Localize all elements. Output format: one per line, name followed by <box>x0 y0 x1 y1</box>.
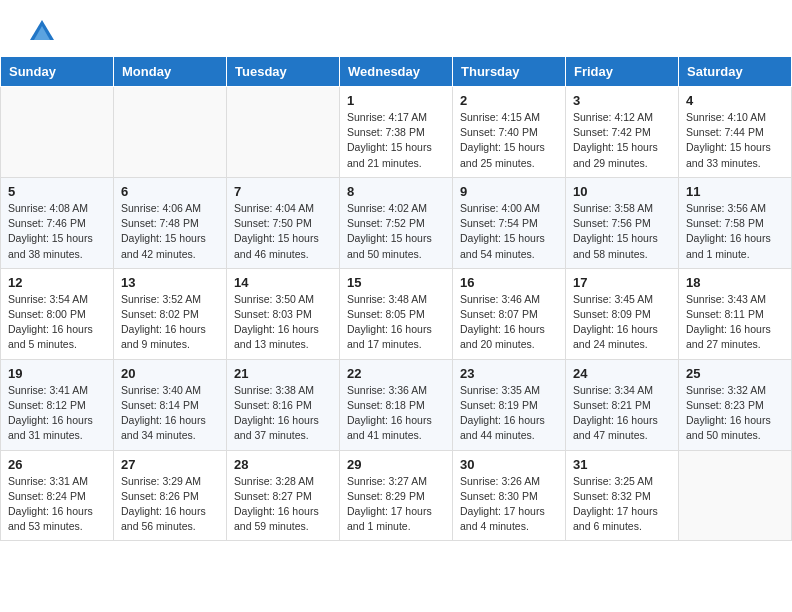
day-info: Sunrise: 4:08 AMSunset: 7:46 PMDaylight:… <box>8 201 106 262</box>
day-info: Sunrise: 3:25 AMSunset: 8:32 PMDaylight:… <box>573 474 671 535</box>
calendar-cell: 17Sunrise: 3:45 AMSunset: 8:09 PMDayligh… <box>566 268 679 359</box>
calendar-table: SundayMondayTuesdayWednesdayThursdayFrid… <box>0 56 792 541</box>
day-number: 25 <box>686 366 784 381</box>
day-info: Sunrise: 3:54 AMSunset: 8:00 PMDaylight:… <box>8 292 106 353</box>
day-number: 24 <box>573 366 671 381</box>
day-number: 23 <box>460 366 558 381</box>
calendar-cell: 30Sunrise: 3:26 AMSunset: 8:30 PMDayligh… <box>453 450 566 541</box>
calendar-cell: 6Sunrise: 4:06 AMSunset: 7:48 PMDaylight… <box>114 177 227 268</box>
day-number: 13 <box>121 275 219 290</box>
day-of-week-header: Friday <box>566 57 679 87</box>
day-info: Sunrise: 3:28 AMSunset: 8:27 PMDaylight:… <box>234 474 332 535</box>
calendar-cell: 15Sunrise: 3:48 AMSunset: 8:05 PMDayligh… <box>340 268 453 359</box>
calendar-cell: 22Sunrise: 3:36 AMSunset: 8:18 PMDayligh… <box>340 359 453 450</box>
day-info: Sunrise: 3:52 AMSunset: 8:02 PMDaylight:… <box>121 292 219 353</box>
calendar-cell: 26Sunrise: 3:31 AMSunset: 8:24 PMDayligh… <box>1 450 114 541</box>
day-of-week-header: Thursday <box>453 57 566 87</box>
day-info: Sunrise: 3:58 AMSunset: 7:56 PMDaylight:… <box>573 201 671 262</box>
calendar-cell: 5Sunrise: 4:08 AMSunset: 7:46 PMDaylight… <box>1 177 114 268</box>
day-info: Sunrise: 4:02 AMSunset: 7:52 PMDaylight:… <box>347 201 445 262</box>
day-of-week-header: Wednesday <box>340 57 453 87</box>
day-of-week-header: Tuesday <box>227 57 340 87</box>
day-number: 22 <box>347 366 445 381</box>
calendar-cell: 8Sunrise: 4:02 AMSunset: 7:52 PMDaylight… <box>340 177 453 268</box>
day-number: 12 <box>8 275 106 290</box>
day-number: 11 <box>686 184 784 199</box>
day-info: Sunrise: 4:17 AMSunset: 7:38 PMDaylight:… <box>347 110 445 171</box>
calendar-cell: 11Sunrise: 3:56 AMSunset: 7:58 PMDayligh… <box>679 177 792 268</box>
day-number: 3 <box>573 93 671 108</box>
calendar-cell: 3Sunrise: 4:12 AMSunset: 7:42 PMDaylight… <box>566 87 679 178</box>
calendar-cell: 23Sunrise: 3:35 AMSunset: 8:19 PMDayligh… <box>453 359 566 450</box>
calendar-cell: 4Sunrise: 4:10 AMSunset: 7:44 PMDaylight… <box>679 87 792 178</box>
calendar-cell: 29Sunrise: 3:27 AMSunset: 8:29 PMDayligh… <box>340 450 453 541</box>
calendar-cell: 2Sunrise: 4:15 AMSunset: 7:40 PMDaylight… <box>453 87 566 178</box>
calendar-cell: 18Sunrise: 3:43 AMSunset: 8:11 PMDayligh… <box>679 268 792 359</box>
calendar-cell: 31Sunrise: 3:25 AMSunset: 8:32 PMDayligh… <box>566 450 679 541</box>
calendar-cell: 7Sunrise: 4:04 AMSunset: 7:50 PMDaylight… <box>227 177 340 268</box>
calendar-cell: 13Sunrise: 3:52 AMSunset: 8:02 PMDayligh… <box>114 268 227 359</box>
calendar-week-row: 19Sunrise: 3:41 AMSunset: 8:12 PMDayligh… <box>1 359 792 450</box>
day-info: Sunrise: 4:00 AMSunset: 7:54 PMDaylight:… <box>460 201 558 262</box>
calendar-cell: 10Sunrise: 3:58 AMSunset: 7:56 PMDayligh… <box>566 177 679 268</box>
day-info: Sunrise: 3:38 AMSunset: 8:16 PMDaylight:… <box>234 383 332 444</box>
day-info: Sunrise: 3:45 AMSunset: 8:09 PMDaylight:… <box>573 292 671 353</box>
day-number: 7 <box>234 184 332 199</box>
calendar-cell: 21Sunrise: 3:38 AMSunset: 8:16 PMDayligh… <box>227 359 340 450</box>
calendar-cell <box>1 87 114 178</box>
calendar-cell: 28Sunrise: 3:28 AMSunset: 8:27 PMDayligh… <box>227 450 340 541</box>
day-number: 27 <box>121 457 219 472</box>
day-info: Sunrise: 3:48 AMSunset: 8:05 PMDaylight:… <box>347 292 445 353</box>
day-number: 10 <box>573 184 671 199</box>
day-number: 1 <box>347 93 445 108</box>
day-number: 6 <box>121 184 219 199</box>
day-number: 15 <box>347 275 445 290</box>
day-info: Sunrise: 3:34 AMSunset: 8:21 PMDaylight:… <box>573 383 671 444</box>
day-number: 20 <box>121 366 219 381</box>
day-info: Sunrise: 4:12 AMSunset: 7:42 PMDaylight:… <box>573 110 671 171</box>
calendar-cell <box>679 450 792 541</box>
day-info: Sunrise: 4:15 AMSunset: 7:40 PMDaylight:… <box>460 110 558 171</box>
day-info: Sunrise: 3:46 AMSunset: 8:07 PMDaylight:… <box>460 292 558 353</box>
day-info: Sunrise: 4:06 AMSunset: 7:48 PMDaylight:… <box>121 201 219 262</box>
calendar-week-row: 12Sunrise: 3:54 AMSunset: 8:00 PMDayligh… <box>1 268 792 359</box>
day-number: 14 <box>234 275 332 290</box>
calendar-cell <box>114 87 227 178</box>
day-number: 29 <box>347 457 445 472</box>
logo-icon <box>28 18 56 46</box>
day-number: 18 <box>686 275 784 290</box>
day-number: 30 <box>460 457 558 472</box>
calendar-cell: 12Sunrise: 3:54 AMSunset: 8:00 PMDayligh… <box>1 268 114 359</box>
day-info: Sunrise: 3:56 AMSunset: 7:58 PMDaylight:… <box>686 201 784 262</box>
day-info: Sunrise: 3:50 AMSunset: 8:03 PMDaylight:… <box>234 292 332 353</box>
calendar-cell <box>227 87 340 178</box>
day-info: Sunrise: 3:26 AMSunset: 8:30 PMDaylight:… <box>460 474 558 535</box>
day-info: Sunrise: 3:32 AMSunset: 8:23 PMDaylight:… <box>686 383 784 444</box>
day-number: 8 <box>347 184 445 199</box>
calendar-header-row: SundayMondayTuesdayWednesdayThursdayFrid… <box>1 57 792 87</box>
calendar-week-row: 26Sunrise: 3:31 AMSunset: 8:24 PMDayligh… <box>1 450 792 541</box>
page-header <box>0 0 792 56</box>
day-number: 4 <box>686 93 784 108</box>
calendar-cell: 20Sunrise: 3:40 AMSunset: 8:14 PMDayligh… <box>114 359 227 450</box>
day-number: 5 <box>8 184 106 199</box>
calendar-cell: 25Sunrise: 3:32 AMSunset: 8:23 PMDayligh… <box>679 359 792 450</box>
day-number: 2 <box>460 93 558 108</box>
day-number: 16 <box>460 275 558 290</box>
day-number: 28 <box>234 457 332 472</box>
calendar-cell: 9Sunrise: 4:00 AMSunset: 7:54 PMDaylight… <box>453 177 566 268</box>
day-info: Sunrise: 3:41 AMSunset: 8:12 PMDaylight:… <box>8 383 106 444</box>
day-number: 19 <box>8 366 106 381</box>
calendar-week-row: 5Sunrise: 4:08 AMSunset: 7:46 PMDaylight… <box>1 177 792 268</box>
day-info: Sunrise: 3:40 AMSunset: 8:14 PMDaylight:… <box>121 383 219 444</box>
day-number: 17 <box>573 275 671 290</box>
day-info: Sunrise: 4:04 AMSunset: 7:50 PMDaylight:… <box>234 201 332 262</box>
day-number: 31 <box>573 457 671 472</box>
day-number: 21 <box>234 366 332 381</box>
calendar-cell: 27Sunrise: 3:29 AMSunset: 8:26 PMDayligh… <box>114 450 227 541</box>
calendar-cell: 19Sunrise: 3:41 AMSunset: 8:12 PMDayligh… <box>1 359 114 450</box>
day-number: 9 <box>460 184 558 199</box>
day-info: Sunrise: 3:35 AMSunset: 8:19 PMDaylight:… <box>460 383 558 444</box>
day-number: 26 <box>8 457 106 472</box>
day-of-week-header: Saturday <box>679 57 792 87</box>
